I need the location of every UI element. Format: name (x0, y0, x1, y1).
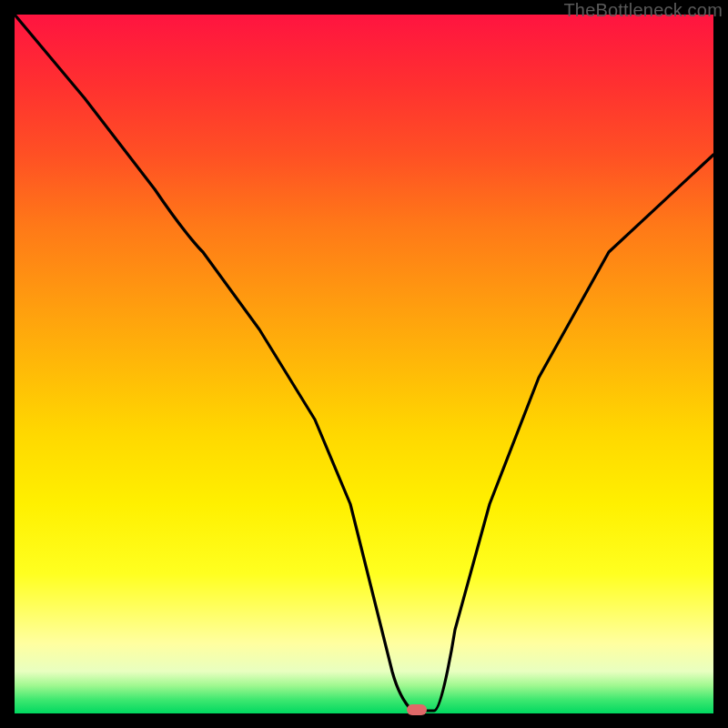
curve-svg (15, 15, 713, 713)
optimum-marker (407, 704, 427, 715)
bottleneck-curve-path (15, 15, 713, 711)
chart-container: TheBottleneck.com (0, 0, 728, 728)
plot-area (15, 15, 713, 713)
watermark: TheBottleneck.com (563, 0, 723, 21)
